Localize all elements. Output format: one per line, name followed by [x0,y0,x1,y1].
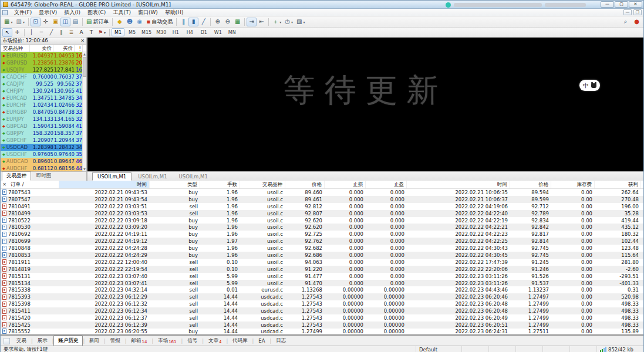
history-col-7[interactable]: 止盈 [366,181,407,188]
terminal-close-icon[interactable]: ✕ [1,182,8,187]
market-watch-scrollbar[interactable]: ▲ ▼ [82,52,86,171]
text-label-button[interactable]: T [86,28,96,37]
chart-tab-1[interactable]: USOILm,M1 [133,172,172,181]
table-row[interactable]: 78119112022.02.22 12:00:40sell0.10usoil.… [1,259,643,266]
history-col-9[interactable]: 价格 [510,181,551,188]
table-row[interactable]: 78151342022.02.23 03:07:41sell5.99usoil.… [1,280,643,287]
translate-badge[interactable]: 中 [579,80,600,91]
new-chart-button[interactable]: ▦▾ [2,18,14,26]
trendline-button[interactable]: ╱ [46,28,56,37]
table-row[interactable]: 78155522022.02.23 06:20:55buy14.44usdcad… [1,329,643,336]
market-watch-col-2[interactable]: 买价 [53,45,75,52]
table-row[interactable]: 78106992022.02.22 04:19:12buy1.97usoil.c… [1,238,643,245]
history-col-11[interactable]: 获利 [595,181,641,188]
market-watch-row[interactable]: ◆EURUSD1.049371.0495316 [1,52,86,59]
menu-item-3[interactable]: 图表(C) [84,9,109,16]
terminal-tab-8[interactable]: 文章4 [204,336,226,347]
terminal-tab-6[interactable]: 市场161 [153,336,181,347]
table-row[interactable]: 78151312022.02.23 03:07:40sell5.99usoil.… [1,273,643,280]
menu-item-5[interactable]: 窗口(W) [134,9,161,16]
market-watch-col-1[interactable]: 卖价 [30,45,53,52]
market-watch-close-icon[interactable]: ✕ [80,39,85,43]
zoom-in-button[interactable]: ⊕ [213,18,222,26]
table-row[interactable]: 78108482022.02.22 04:24:28buy1.96usoil.c… [1,245,643,252]
history-col-6[interactable]: 止损 [325,181,366,188]
table-row[interactable]: 78154202022.02.23 06:12:37sell14.44usdca… [1,314,643,321]
terminal-tab-0[interactable]: 交易 [12,336,31,346]
timeframe-mn[interactable]: MN [225,28,238,36]
table-row[interactable]: 78105222022.02.22 03:09:18buy1.96usoil.c… [1,217,643,224]
indicators-button[interactable]: ＋▾ [271,18,283,26]
terminal-tab-1[interactable]: 展示 [33,336,52,346]
terminal-tab-11[interactable]: 日志 [271,336,291,346]
market-watch-row[interactable]: ◆USDCAD1.283981.2843234 [1,144,86,151]
search-button[interactable]: ⌕ [621,18,630,26]
menu-item-2[interactable]: 插入(I) [60,9,84,16]
market-watch-row[interactable]: ◆GBPJPY158.320158.35737 [1,130,86,137]
market-watch-col-3[interactable]: ! [75,45,83,52]
scroll-down-icon[interactable]: ▼ [83,167,86,171]
web-button[interactable]: ◉ [134,18,144,26]
menu-item-0[interactable]: 文件(F) [11,9,35,16]
chart-shift-button[interactable]: ⇤ [257,18,267,26]
menu-item-4[interactable]: 工具(T) [109,9,134,16]
market-watch-toggle-button[interactable]: ◫ [60,18,70,26]
history-col-5[interactable]: 价格 [285,181,325,188]
history-col-2[interactable]: 类型 [150,181,200,188]
vertical-line-button[interactable]: │ [26,28,36,37]
timeframe-d1[interactable]: D1 [197,28,210,36]
market-watch-col-0[interactable]: 交易品种 [1,45,30,52]
help-button[interactable]: ● [632,18,642,26]
market-watch-row[interactable]: ◆CHFJPY130.924130.96541 [1,87,86,94]
market-watch-row[interactable]: ◆EURCAD1.347511.3478534 [1,94,86,101]
history-col-0[interactable]: 订单 / [8,181,59,188]
market-watch-row[interactable]: ◆GBPCAD1.590431.5908441 [1,123,86,130]
table-row[interactable]: 78148192022.02.22 22:19:54sell0.10usoil.… [1,266,643,273]
history-col-1[interactable]: 时间 [59,181,150,188]
menu-item-1[interactable]: 显示(V) [35,9,60,16]
table-row[interactable]: 78153382022.02.23 04:32:14sell0.01eurusd… [1,286,643,293]
market-watch-row[interactable]: ◆USDCHF0.976050.9764035 [1,151,86,158]
quotes-button[interactable]: ◆ [114,18,124,26]
candlestick-chart-button[interactable]: ▮ [188,18,198,26]
status-profile[interactable]: Default [416,346,461,352]
market-watch-row[interactable]: ◆GBPCHF1.209071.2094437 [1,137,86,144]
terminal-tab-5[interactable]: 邮箱14 [127,336,152,347]
table-row[interactable]: 78153932022.02.23 06:12:29sell14.44usdca… [1,293,643,300]
market-watch-row[interactable]: ◆AUDCHF0.681120.6815644 [1,165,86,171]
new-order-button[interactable]: ▤新订单 [85,18,110,26]
line-chart-button[interactable]: ╱ [198,18,208,26]
chart-area[interactable]: 等待更新 中 [87,38,643,171]
favorites-button[interactable]: ▣ [50,18,60,26]
terminal-tab-10[interactable]: EA [254,336,269,346]
bar-chart-button[interactable]: ‖ [178,18,188,26]
horizontal-line-button[interactable]: ─ [36,28,46,37]
market-watch-row[interactable]: ◆CADJPY99.52599.56237 [1,80,86,87]
table-row[interactable]: 78104912022.02.22 03:03:51sell1.96usoil.… [1,203,643,210]
terminal-tab-3[interactable]: 新闻 [85,336,104,346]
zoom-out-button[interactable]: ⊖ [222,18,232,26]
timeframe-h1[interactable]: H1 [169,28,182,36]
table-row[interactable]: 78154112022.02.23 06:12:34sell14.44usdca… [1,307,643,314]
timeframe-h4[interactable]: H4 [183,28,196,36]
text-button[interactable]: A [76,28,86,37]
table-row[interactable]: 78105302022.02.22 03:09:20buy1.96usoil.c… [1,224,643,231]
equidistant-channel-button[interactable]: ∥ [56,28,66,37]
market-watch-row[interactable]: ◆CADCHF0.760000.7603737 [1,73,86,80]
timeframe-m15[interactable]: M15 [140,28,153,36]
table-row[interactable]: 78153982022.02.23 06:12:32sell14.44usdca… [1,300,643,307]
market-watch-row[interactable]: ◆EURJPY134.133134.16532 [1,116,86,123]
market-watch-tab-tick-chart[interactable]: 即时图 [32,171,56,181]
history-col-10[interactable]: 库存费 [551,181,595,188]
cursor-mode-button[interactable]: ⊡ [31,18,41,26]
mdi-minimize-icon[interactable]: — [623,9,632,15]
data-window-toggle-button[interactable]: ▤ [70,18,80,26]
auto-scroll-button[interactable]: ⇥ [247,18,257,26]
table-row[interactable]: 78075472022.02.21 09:43:54buy1.96usoil.c… [1,196,643,203]
crosshair-tool-button[interactable]: ✛ [12,28,22,37]
profiles-button[interactable]: ▥▾ [14,18,26,26]
table-row[interactable]: 78154252022.02.23 06:12:39sell14.44usdca… [1,321,643,329]
crosshair-mode-button[interactable]: ✛ [41,18,50,26]
market-watch-row[interactable]: ◆USDJPY127.825127.84116 [1,66,86,73]
chart-tab-2[interactable]: USOILm,M1 [174,172,213,181]
